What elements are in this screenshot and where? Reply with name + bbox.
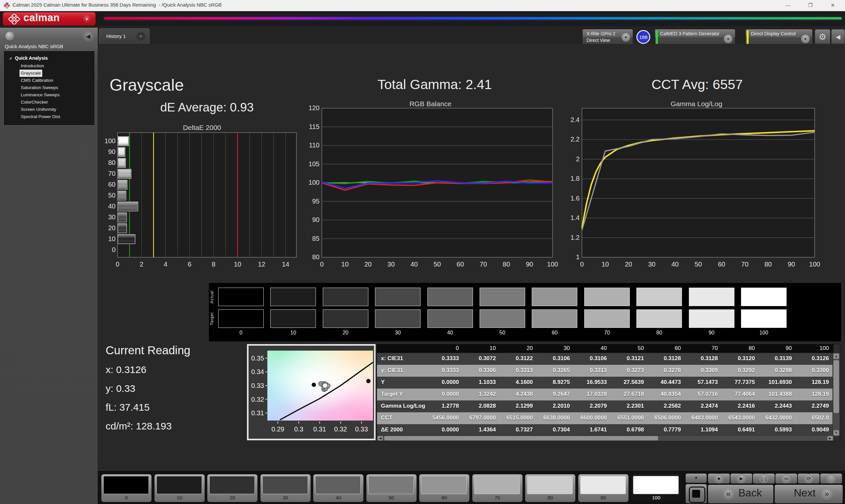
chevron-left-icon: ◀ (836, 34, 840, 40)
refresh-button[interactable]: ⟳ (797, 473, 820, 484)
back-button[interactable]: « Back (708, 485, 774, 504)
pattern-patch-60[interactable]: 60 (419, 474, 470, 502)
pattern-patch-0[interactable]: 0 (101, 474, 152, 502)
horizontal-scrollbar[interactable]: ◀ ▶ (377, 435, 833, 441)
sidebar-collapse-button[interactable]: ◀ (83, 31, 94, 42)
cell-y-20: 4.1600 (500, 379, 533, 385)
meter-mode: Direct View (586, 38, 610, 43)
cell-gamma-log-log-100: 2.2749 (796, 403, 829, 409)
cell-target-y-100: 128.19 (796, 391, 829, 397)
tab-history-1[interactable]: History 1 (99, 29, 133, 44)
svg-text:60: 60 (108, 181, 116, 188)
meter-count-badge[interactable]: 188 (636, 30, 650, 44)
cell-gamma-log-log-40: 2.2079 (574, 403, 607, 409)
chevron-down-icon[interactable]: ▼ (83, 15, 91, 23)
calman-app-icon (3, 2, 11, 9)
pattern-patch-100[interactable]: 100 (631, 474, 682, 502)
pattern-window-button[interactable] (685, 484, 707, 504)
svg-text:Gamma Log/Log: Gamma Log/Log (671, 100, 722, 108)
cell-e-2000-20: 0.7327 (500, 427, 533, 433)
chevron-down-icon: ▼ (801, 35, 810, 43)
loop-button[interactable]: ∞ (775, 473, 797, 484)
sidebar-item-grayscale[interactable]: Grayscale (19, 70, 42, 77)
meter-name: X-Rite i1Pro 2 (586, 31, 615, 36)
tree-root-quick-analysis[interactable]: Quick Analysis (4, 55, 94, 62)
cell-target-y-60: 40.8354 (649, 391, 681, 397)
cell-cct-30: 6638.0000 (538, 415, 570, 421)
maximize-icon[interactable]: ❐ (803, 0, 818, 11)
sidebar-item-saturation-sweeps[interactable]: Saturation Sweeps (19, 84, 59, 91)
patch-swatch (209, 476, 255, 494)
minimize-icon[interactable]: — (780, 0, 795, 11)
swatch-level-label: 60 (532, 330, 577, 336)
pattern-panel-up-button[interactable]: ▲ (685, 473, 707, 483)
range-button[interactable]: [··] (753, 473, 775, 484)
row-label: Y (381, 379, 385, 385)
cell-x-cie31-60: 0.3128 (649, 355, 681, 362)
cell-y-cie31-60: 0.3278 (649, 367, 681, 374)
sidebar-item-screen-uniformity[interactable]: Screen Uniformity (19, 106, 57, 113)
stop-button[interactable]: ■ (708, 473, 730, 484)
swatch-level-label: 0 (218, 330, 264, 336)
pattern-patch-90[interactable]: 90 (578, 474, 629, 502)
sidebar-item-colorchecker[interactable]: ColorChecker (19, 98, 50, 106)
meter-dropdown[interactable]: X-Rite i1Pro 2 Direct View ▼ (582, 29, 633, 46)
cell-x-cie31-20: 0.3122 (500, 355, 533, 362)
pattern-patch-80[interactable]: 80 (525, 474, 576, 502)
table-col-header-50: 50 (612, 345, 644, 352)
pattern-patch-40[interactable]: 40 (313, 474, 364, 502)
add-tab-button[interactable]: + (133, 29, 149, 44)
patch-swatch (315, 476, 361, 494)
cell-gamma-log-log-70: 2.2474 (686, 403, 718, 409)
patch-swatch (474, 476, 520, 494)
svg-text:20: 20 (625, 260, 632, 268)
table-col-header-10: 10 (463, 345, 496, 352)
blank-button[interactable] (820, 473, 842, 484)
actual-swatch-40 (427, 288, 473, 306)
actual-swatch-100 (741, 288, 787, 306)
next-button[interactable]: Next » (774, 485, 843, 504)
swatch-level-label: 40 (427, 330, 473, 336)
sidebar-item-spectral-power-dist[interactable]: Spectral Power Dist. (19, 113, 63, 120)
svg-text:1.2: 1.2 (570, 234, 580, 241)
brand-banner: calman ▼ (0, 11, 845, 26)
cell-e-2000-40: 1.6741 (574, 427, 607, 433)
cell-y-cie31-20: 0.3313 (500, 367, 533, 374)
cell-y-90: 101.6930 (759, 379, 792, 385)
vertical-scrollbar[interactable]: ▲ ▼ (832, 353, 840, 436)
close-icon[interactable]: ✕ (825, 0, 840, 11)
sidebar-orb-button[interactable] (5, 32, 15, 41)
collapse-panel-button[interactable]: ◀ (831, 29, 845, 46)
pattern-patch-20[interactable]: 20 (207, 474, 258, 502)
display-control-name: Direct Display Control (751, 31, 795, 36)
svg-text:10: 10 (234, 260, 241, 268)
pattern-patch-70[interactable]: 70 (472, 474, 523, 502)
cell-cct-80: 6543.0000 (723, 415, 755, 421)
cell-gamma-log-log-0: 1.2778 (426, 403, 459, 409)
settings-button[interactable]: ⚙ (815, 29, 830, 46)
sidebar-item-introduction[interactable]: Introduction (19, 62, 46, 70)
swatch-level-label: 50 (480, 330, 525, 336)
calman-menu-button[interactable]: calman ▼ (3, 12, 96, 26)
cell-y-cie31-50: 0.3273 (612, 367, 644, 374)
play-button[interactable]: ▶ (730, 473, 753, 484)
pattern-generator-dropdown[interactable]: CalMED 3 Pattern Generator ▼ (654, 29, 735, 46)
window-title: Calman 2025 Calman Ultimate for Business… (13, 2, 222, 7)
svg-text:105: 105 (309, 160, 319, 167)
svg-text:0: 0 (116, 260, 119, 268)
pattern-patch-30[interactable]: 30 (260, 474, 311, 502)
actual-swatch-30 (375, 288, 421, 306)
svg-text:90: 90 (788, 260, 795, 268)
sidebar-item-luminance-sweeps[interactable]: Luminance Sweeps (19, 91, 61, 98)
display-control-dropdown[interactable]: Direct Display Control ▼ (745, 29, 813, 46)
actual-swatch-80 (636, 288, 682, 306)
svg-text:100: 100 (309, 179, 319, 186)
pattern-patch-50[interactable]: 50 (366, 474, 417, 502)
cell-y-70: 57.1473 (686, 379, 718, 385)
play-icon: ▶ (736, 474, 746, 484)
pattern-patch-10[interactable]: 10 (154, 474, 205, 502)
svg-text:80: 80 (312, 253, 319, 260)
sidebar-item-cms-calibration[interactable]: CMS Calibration (19, 77, 54, 84)
swatch-level-label: 90 (689, 330, 735, 336)
svg-text:80: 80 (108, 159, 116, 166)
